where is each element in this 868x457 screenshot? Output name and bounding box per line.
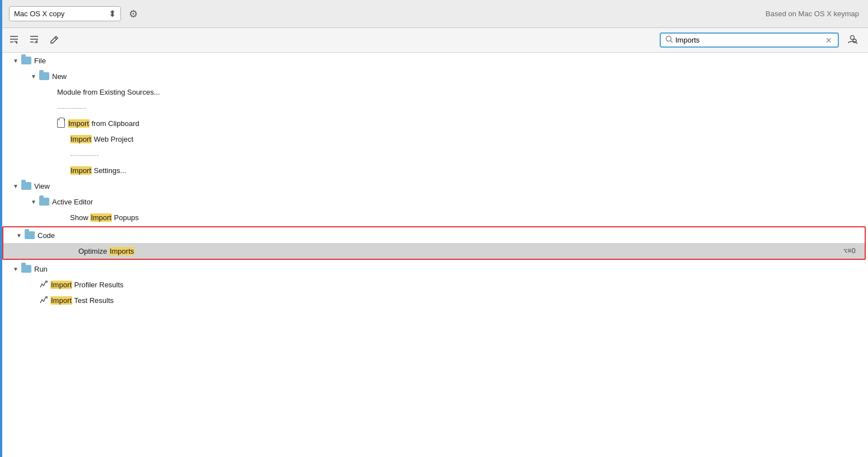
highlight-optimize-imports: Imports: [109, 247, 134, 255]
gear-button[interactable]: ⚙: [125, 7, 141, 21]
tree-row-import-profiler[interactable]: Import Profiler Results: [0, 277, 868, 292]
folder-icon-active-editor: [39, 198, 49, 206]
tree-row-import-clipboard[interactable]: Import from Clipboard: [0, 115, 868, 131]
tree-row-view[interactable]: ▼ View: [0, 178, 868, 194]
tree-row-sep1: ------------: [0, 100, 868, 115]
folder-icon-view: [21, 182, 31, 190]
label-import-test: Import Test Results: [50, 296, 868, 305]
keymap-arrows-icon: ⬍: [109, 8, 116, 19]
arrow-file: ▼: [11, 58, 20, 64]
expand-all-button[interactable]: [7, 33, 21, 48]
highlight-import-clipboard: Import: [68, 119, 90, 128]
tree-row-code[interactable]: ▼ Code: [3, 227, 865, 243]
label-code: Code: [38, 231, 865, 240]
label-optimize-imports: Optimize Imports: [78, 247, 843, 255]
arrow-active-editor: ▼: [29, 199, 38, 205]
tree-row-module-from-existing[interactable]: Module from Existing Sources...: [0, 84, 868, 100]
folder-icon-new: [39, 72, 49, 80]
svg-line-8: [671, 41, 673, 43]
highlight-show-import-popups: Import: [90, 213, 112, 222]
arrow-new: ▼: [29, 73, 38, 80]
shortcut-optimize-imports: ⌥⌘O: [843, 247, 856, 255]
clipboard-icon: [57, 119, 65, 128]
arrow-view: ▼: [11, 183, 20, 189]
arrow-run: ▼: [11, 266, 20, 272]
label-file: File: [34, 57, 868, 65]
svg-line-11: [856, 43, 858, 44]
highlight-import-profiler: Import: [50, 281, 72, 289]
label-import-settings: Import Settings...: [57, 166, 868, 175]
edit-button[interactable]: [47, 33, 62, 48]
label-import-clipboard: Import from Clipboard: [68, 119, 868, 128]
red-box-section: ▼ Code Optimize Imports ⌥⌘O: [2, 226, 866, 260]
top-bar-left: Mac OS X copy ⬍ ⚙: [9, 6, 141, 21]
label-new: New: [52, 72, 868, 81]
search-clear-button[interactable]: ✕: [824, 36, 833, 45]
label-run: Run: [34, 265, 868, 273]
tree-row-sep2: ------------: [0, 147, 868, 162]
tree-row-optimize-imports[interactable]: Optimize Imports ⌥⌘O: [3, 243, 865, 259]
profiler-icon-2: [39, 295, 48, 306]
label-import-web: Import Web Project: [57, 135, 868, 143]
highlight-import-web: Import: [70, 135, 92, 143]
keymap-selector-text: Mac OS X copy: [14, 10, 64, 18]
tree-row-new[interactable]: ▼ New: [0, 68, 868, 84]
label-show-import-popups: Show Import Popups: [57, 213, 868, 222]
folder-icon-file: [21, 57, 31, 64]
search-input[interactable]: [675, 36, 822, 44]
highlight-import-test: Import: [50, 296, 72, 305]
folder-icon-code: [25, 231, 35, 239]
tree-row-show-import-popups[interactable]: Show Import Popups: [0, 209, 868, 225]
top-bar: Mac OS X copy ⬍ ⚙ Based on Mac OS X keym…: [0, 0, 868, 28]
arrow-code: ▼: [15, 232, 24, 239]
tree-row-run[interactable]: ▼ Run: [0, 261, 868, 277]
svg-line-6: [55, 38, 57, 39]
tree-row-import-web[interactable]: Import Web Project: [0, 131, 868, 147]
toolbar: ✕: [0, 28, 868, 53]
label-active-editor: Active Editor: [52, 198, 868, 206]
keymap-selector[interactable]: Mac OS X copy ⬍: [9, 6, 121, 21]
keymap-description: Based on Mac OS X keymap: [766, 10, 859, 18]
main-content: ▼ File ▼ New Module from Existing Source…: [0, 53, 868, 457]
profiler-icon-1: [39, 279, 48, 290]
tree-row-active-editor[interactable]: ▼ Active Editor: [0, 194, 868, 209]
label-sep1: ------------: [57, 104, 868, 112]
collapse-all-button[interactable]: [27, 33, 41, 48]
highlight-import-settings: Import: [70, 166, 92, 175]
tree-row-file[interactable]: ▼ File: [0, 53, 868, 68]
label-sep2: ------------: [57, 151, 868, 159]
find-action-button[interactable]: [843, 32, 861, 48]
tree-row-import-test[interactable]: Import Test Results: [0, 292, 868, 308]
toolbar-right: ✕: [660, 32, 861, 48]
left-accent-bar: [0, 0, 2, 457]
label-import-profiler: Import Profiler Results: [50, 281, 868, 289]
label-module-from-existing: Module from Existing Sources...: [57, 88, 868, 96]
toolbar-left: [7, 33, 62, 48]
folder-icon-run: [21, 265, 31, 273]
search-box[interactable]: ✕: [660, 32, 839, 48]
label-view: View: [34, 182, 868, 190]
svg-point-7: [666, 36, 671, 41]
svg-point-9: [851, 36, 855, 40]
tree-row-import-settings[interactable]: Import Settings...: [0, 162, 868, 178]
search-icon: [665, 35, 673, 45]
